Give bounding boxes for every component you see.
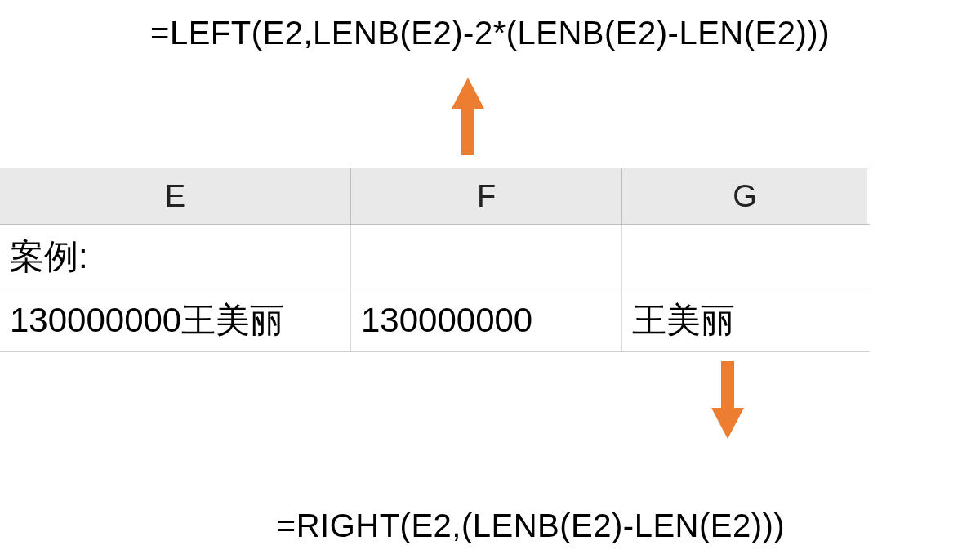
arrow-down-icon — [711, 361, 744, 442]
cell-e1[interactable]: 案例: — [0, 225, 351, 288]
cell-f2[interactable]: 130000000 — [351, 288, 622, 351]
formula-left: =LEFT(E2,LENB(E2)-2*(LENB(E2)-LEN(E2))) — [0, 15, 980, 51]
table-header-row: E F G — [0, 168, 870, 225]
col-header-e[interactable]: E — [0, 168, 351, 224]
cell-g1[interactable] — [622, 225, 867, 288]
cell-f1[interactable] — [351, 225, 622, 288]
formula-right: =RIGHT(E2,(LENB(E2)-LEN(E2))) — [0, 508, 980, 544]
col-header-g[interactable]: G — [622, 168, 867, 224]
arrow-up-icon — [452, 78, 484, 159]
cell-e2[interactable]: 130000000王美丽 — [0, 288, 351, 351]
table-row: 130000000王美丽 130000000 王美丽 — [0, 288, 870, 352]
cell-g2[interactable]: 王美丽 — [622, 288, 867, 351]
col-header-f[interactable]: F — [351, 168, 622, 224]
spreadsheet-table: E F G 案例: 130000000王美丽 130000000 王美丽 — [0, 168, 870, 352]
table-row: 案例: — [0, 225, 870, 288]
